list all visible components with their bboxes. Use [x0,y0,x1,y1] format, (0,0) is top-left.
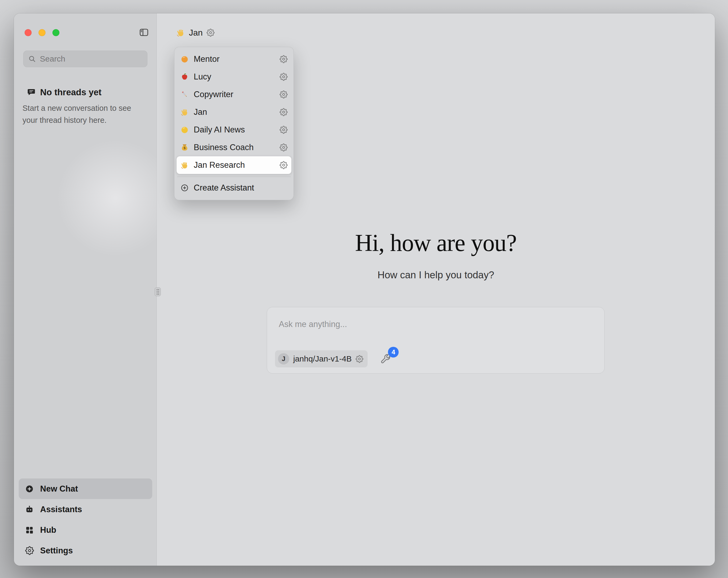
create-assistant-button[interactable]: Create Assistant [177,178,291,197]
wave-icon [176,28,185,37]
assistant-menu-item-mentor[interactable]: Mentor [177,50,291,68]
assistant-menu-item-jan[interactable]: Jan [177,103,291,121]
sidebar-nav: New Chat Assistants Hub Settings [19,478,152,561]
wave-icon [180,108,189,117]
assistant-item-gear-icon[interactable] [280,108,288,116]
hub-grid-icon [25,526,34,534]
sidebar-item-assistants[interactable]: Assistants [19,499,152,520]
model-settings-gear-icon[interactable] [356,355,363,363]
nav-item-label: Hub [40,525,56,535]
assistant-menu-item-copywriter[interactable]: Copywriter [177,85,291,103]
model-avatar: J [278,353,289,365]
sidebar-toggle-button[interactable] [137,26,150,39]
assistant-selector[interactable]: Jan [172,23,218,43]
empty-state: No threads yet Start a new conversation … [22,87,142,126]
apple-icon [180,73,189,81]
assistant-menu-item-label: Lucy [194,72,211,82]
assistant-menu-item-label: Jan Research [194,160,245,170]
model-name: janhq/Jan-v1-4B [293,354,352,363]
settings-gear-icon [25,546,34,555]
welcome-hero: Hi, how are you? How can I help you toda… [157,229,715,281]
empty-state-description: Start a new conversation to see your thr… [22,102,142,126]
menu-divider [177,177,291,177]
assistant-menu-item-label: Jan [194,107,207,117]
assistant-menu-item-label: Daily AI News [194,125,245,134]
money-bag-icon [180,143,189,152]
search-input[interactable]: Search [23,51,148,67]
current-assistant-name: Jan [189,28,203,38]
threads-chat-icon [27,88,36,97]
assistant-menu-item-jan-research[interactable]: Jan Research [177,156,291,174]
assistant-menu: Mentor Lucy Copywriter Jan Daily AI News [174,47,294,200]
create-assistant-label: Create Assistant [194,183,254,193]
assistant-item-gear-icon[interactable] [280,55,288,63]
assistant-menu-item-lucy[interactable]: Lucy [177,68,291,85]
greeting-subtitle: How can I help you today? [157,270,715,281]
assistant-item-gear-icon[interactable] [280,161,288,169]
assistant-menu-item-business-coach[interactable]: Business Coach [177,139,291,156]
message-input-placeholder: Ask me anything... [279,320,347,329]
assistant-menu-item-label: Copywriter [194,90,233,99]
nav-item-label: New Chat [40,484,78,494]
assistant-item-gear-icon[interactable] [280,126,288,134]
yellow-circle-icon [180,126,189,134]
minimize-window-button[interactable] [38,29,46,36]
plus-circle-icon [180,183,189,192]
sidebar-item-settings[interactable]: Settings [19,540,152,561]
assistant-menu-item-daily-ai-news[interactable]: Daily AI News [177,121,291,139]
search-placeholder: Search [40,54,65,64]
assistant-menu-item-label: Business Coach [194,143,254,152]
assistant-settings-gear-icon[interactable] [207,29,214,37]
empty-state-title: No threads yet [40,87,101,97]
search-icon [28,55,36,63]
assistant-item-gear-icon[interactable] [280,73,288,81]
sidebar-item-new-chat[interactable]: New Chat [19,478,152,499]
sidebar: Search No threads yet Start a new conver… [14,14,157,566]
assistant-item-gear-icon[interactable] [280,144,288,151]
tools-button[interactable]: 4 [380,353,391,365]
message-composer[interactable]: Ask me anything... J janhq/Jan-v1-4B 4 [267,307,605,374]
model-selector[interactable]: J janhq/Jan-v1-4B [275,350,368,368]
pencil-icon [180,90,189,99]
new-chat-plus-icon [25,484,34,494]
wave-icon [180,161,189,169]
sidebar-item-hub[interactable]: Hub [19,520,152,540]
assistant-menu-item-label: Mentor [194,54,219,64]
grip-dots-icon [156,289,160,295]
tools-count-badge: 4 [388,347,399,357]
assistant-item-gear-icon[interactable] [280,91,288,99]
sidebar-resize-handle[interactable] [155,287,161,296]
assistants-icon [25,505,34,514]
panel-toggle-icon [138,28,149,37]
app-window: Search No threads yet Start a new conver… [14,14,715,566]
main-area: Jan Mentor Lucy Copywriter Jan [157,14,715,566]
close-window-button[interactable] [25,29,31,36]
window-controls [25,29,59,36]
zoom-window-button[interactable] [52,29,59,36]
nav-item-label: Settings [40,546,73,555]
orange-circle-icon [180,55,189,64]
nav-item-label: Assistants [40,505,82,514]
greeting-title: Hi, how are you? [157,229,715,257]
